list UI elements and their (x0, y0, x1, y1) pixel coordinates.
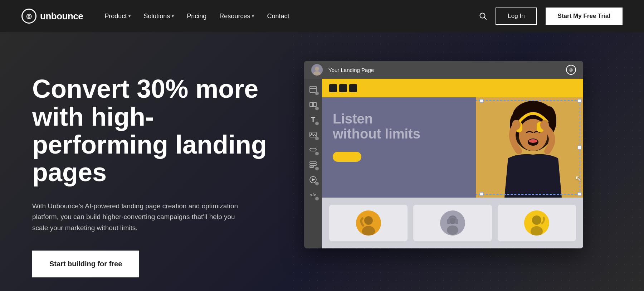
builder-window: Your Landing Page ◎ (304, 61, 583, 248)
nav-item-resources[interactable]: Resources ▾ (219, 13, 254, 20)
hero-section: Convert 30% more with high-performing la… (0, 32, 644, 291)
code-tool[interactable]: </> (306, 188, 320, 202)
builder-sidebar: T (304, 79, 322, 248)
svg-rect-5 (310, 86, 316, 93)
avatar-icon (311, 64, 323, 76)
image-tool[interactable] (306, 127, 320, 142)
person-3-icon (524, 210, 549, 236)
dot-2 (339, 84, 347, 92)
button-tool[interactable] (306, 142, 320, 157)
person-2-icon (440, 210, 465, 236)
svg-point-3 (315, 67, 319, 71)
svg-rect-9 (310, 132, 316, 137)
navigation: ◎ unbounce Product ▾ Solutions ▾ Pricing… (0, 0, 644, 32)
svg-rect-12 (310, 162, 316, 163)
canvas-header-bar (322, 79, 583, 97)
hero-right: Your Landing Page ◎ (304, 61, 612, 248)
tool-badge (315, 197, 319, 200)
nav-links: Product ▾ Solutions ▾ Pricing Resources … (104, 13, 465, 20)
logo-icon: ◎ (21, 9, 36, 24)
layout-tool[interactable] (306, 82, 320, 97)
tool-badge (315, 137, 319, 140)
svg-point-24 (529, 139, 537, 143)
section-tool[interactable] (306, 97, 320, 112)
svg-line-1 (484, 18, 487, 20)
tool-badge (315, 152, 319, 155)
svg-rect-36 (455, 219, 458, 224)
svg-point-39 (532, 215, 541, 225)
person-1-icon (356, 210, 381, 236)
nav-item-pricing[interactable]: Pricing (187, 13, 206, 20)
woman-headphones-image (476, 97, 583, 198)
hero-title: Convert 30% more with high-performing la… (32, 75, 275, 186)
profile-card-3 (498, 205, 576, 241)
svg-rect-13 (310, 164, 316, 165)
builder-canvas: Listen without limits (322, 79, 583, 248)
svg-point-27 (512, 120, 521, 130)
trial-button[interactable]: Start My Free Trial (546, 8, 623, 25)
tool-badge (315, 107, 319, 110)
tool-badge (315, 122, 319, 125)
dot-3 (349, 84, 357, 92)
svg-marker-16 (312, 178, 315, 181)
svg-rect-14 (310, 166, 313, 168)
svg-point-37 (447, 225, 458, 235)
canvas-main: Listen without limits (322, 97, 583, 198)
cta-button[interactable]: Start building for free (32, 251, 139, 277)
builder-titlebar: Your Landing Page ◎ (304, 61, 583, 79)
form-tool[interactable] (306, 157, 320, 172)
svg-rect-8 (313, 102, 316, 107)
logo[interactable]: ◎ unbounce (21, 9, 83, 24)
canvas-image-area: ↖ (476, 97, 583, 198)
logo-text: unbounce (40, 11, 83, 22)
svg-rect-11 (310, 148, 316, 151)
profile-card-1 (329, 205, 408, 241)
chevron-down-icon: ▾ (172, 14, 174, 19)
profile-circle-1 (356, 210, 381, 236)
nav-item-product[interactable]: Product ▾ (104, 13, 131, 20)
canvas-headline: Listen without limits (333, 112, 465, 142)
video-tool[interactable] (306, 173, 320, 187)
avatar (311, 64, 323, 76)
svg-point-31 (364, 216, 373, 225)
text-tool[interactable]: T (306, 112, 320, 127)
profile-circle-3 (524, 210, 549, 236)
canvas-cta-button[interactable] (333, 152, 361, 162)
svg-point-28 (540, 120, 549, 130)
builder-body: T (304, 79, 583, 248)
canvas-content-left: Listen without limits (322, 97, 476, 198)
search-icon (479, 12, 487, 20)
tool-badge (315, 167, 319, 170)
dot-1 (329, 84, 337, 92)
nav-actions: Log In Start My Free Trial (479, 8, 623, 25)
dot-group (329, 84, 357, 92)
login-button[interactable]: Log In (496, 8, 537, 25)
svg-rect-35 (447, 219, 450, 224)
canvas-image-bg (476, 97, 583, 198)
canvas-bottom-section (322, 198, 583, 248)
search-button[interactable] (479, 12, 487, 20)
chevron-down-icon: ▾ (128, 14, 131, 19)
svg-rect-7 (310, 102, 313, 107)
hero-left: Convert 30% more with high-performing la… (32, 61, 275, 277)
nav-item-solutions[interactable]: Solutions ▾ (143, 13, 174, 20)
tool-badge (315, 92, 319, 95)
hero-subtitle: With Unbounce's AI-powered landing page … (32, 201, 247, 233)
tool-badge (315, 182, 319, 185)
profile-card-2 (413, 205, 492, 241)
unbounce-small-icon: ◎ (566, 65, 576, 75)
cursor-arrow: ↖ (575, 174, 581, 183)
nav-item-contact[interactable]: Contact (267, 13, 289, 20)
chevron-down-icon: ▾ (252, 14, 254, 19)
profile-circle-2 (440, 210, 465, 236)
page-title-label: Your Landing Page (328, 67, 560, 73)
